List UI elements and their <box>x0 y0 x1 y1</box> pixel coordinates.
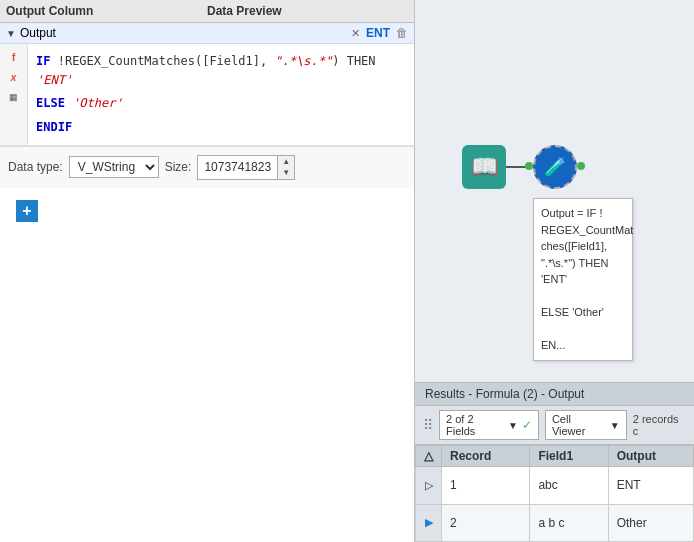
th-output: Output <box>608 446 693 467</box>
formula-icon-x[interactable]: x <box>5 68 23 86</box>
spin-down-button[interactable]: ▼ <box>278 167 294 179</box>
formula-tooltip: Output = IF !REGEX_CountMatches([Field1]… <box>533 198 633 361</box>
drag-handle-icon: ⠿ <box>423 417 433 433</box>
add-row-container: + <box>0 188 414 234</box>
add-formula-button[interactable]: + <box>16 200 38 222</box>
output-column-header: Output Column <box>6 4 207 18</box>
formula-content[interactable]: IF !REGEX_CountMatches([Field1], ".*\s.*… <box>28 44 414 145</box>
datatype-select[interactable]: V_WString String WString <box>69 156 159 178</box>
th-field1: Field1 <box>530 446 608 467</box>
cell-field1: abc <box>530 467 608 505</box>
size-value[interactable]: 1073741823 <box>198 158 277 176</box>
cell-record: 2 <box>442 504 530 542</box>
viewer-selector[interactable]: Cell Viewer ▼ <box>545 410 627 440</box>
connector-dot-right <box>577 162 585 170</box>
th-record: Record <box>442 446 530 467</box>
table-header-row: △ Record Field1 Output <box>416 446 694 467</box>
formula-icon-fx[interactable]: f <box>5 48 23 66</box>
formula-editor-panel: Output Column Data Preview ▼ Output ✕ EN… <box>0 0 415 542</box>
table-row: ▷1abcENT <box>416 467 694 505</box>
row-icon-cell: ▶ <box>416 504 442 542</box>
size-label: Size: <box>165 160 192 174</box>
results-header: Results - Formula (2) - Output <box>415 383 694 406</box>
fields-chevron-icon: ▼ <box>508 420 518 431</box>
ent-badge: ENT <box>366 26 390 40</box>
column-header-row: Output Column Data Preview <box>0 0 414 23</box>
close-icon[interactable]: ✕ <box>351 27 360 40</box>
tooltip-text: Output = IF !REGEX_CountMatches([Field1]… <box>541 207 633 351</box>
canvas-area: 📖 🧪 Output = IF !REGEX_CountMatches([Fie… <box>415 0 694 382</box>
row-icon-cell: ▷ <box>416 467 442 505</box>
output-field-label: Output <box>20 26 351 40</box>
formula-line-1: IF !REGEX_CountMatches([Field1], ".*\s.*… <box>36 50 406 92</box>
trash-icon[interactable]: 🗑 <box>396 26 408 40</box>
node-formula[interactable]: 🧪 <box>533 145 577 189</box>
results-table: △ Record Field1 Output ▷1abcENT▶2a b cOt… <box>415 445 694 542</box>
viewer-label: Cell Viewer <box>552 413 606 437</box>
spinner-arrows: ▲ ▼ <box>277 156 294 179</box>
cell-output: Other <box>608 504 693 542</box>
datatype-label: Data type: <box>8 160 63 174</box>
datatype-row: Data type: V_WString String WString Size… <box>0 146 414 188</box>
results-toolbar: ⠿ 2 of 2 Fields ▼ ✓ Cell Viewer ▼ 2 reco… <box>415 406 694 445</box>
fields-selector[interactable]: 2 of 2 Fields ▼ ✓ <box>439 410 539 440</box>
formula-row: f x ▦ IF !REGEX_CountMatches([Field1], "… <box>0 44 414 146</box>
th-icon: △ <box>416 446 442 467</box>
records-info: 2 records c <box>633 413 686 437</box>
chevron-down-icon: ▼ <box>6 28 16 39</box>
output-row: ▼ Output ✕ ENT 🗑 <box>0 23 414 44</box>
cell-output: ENT <box>608 467 693 505</box>
check-icon: ✓ <box>522 418 532 432</box>
formula-icon-bar: f x ▦ <box>0 44 28 145</box>
fields-selector-label: 2 of 2 Fields <box>446 413 504 437</box>
book-icon: 📖 <box>471 154 498 180</box>
connector-dot-left <box>525 162 533 170</box>
right-panel: 📖 🧪 Output = IF !REGEX_CountMatches([Fie… <box>415 0 694 542</box>
data-preview-header: Data Preview <box>207 4 408 18</box>
formula-line-3: ENDIF <box>36 116 406 139</box>
formula-icon-grid[interactable]: ▦ <box>5 88 23 106</box>
cell-record: 1 <box>442 467 530 505</box>
node-book[interactable]: 📖 <box>462 145 506 189</box>
spin-up-button[interactable]: ▲ <box>278 156 294 168</box>
table-row: ▶2a b cOther <box>416 504 694 542</box>
results-panel: Results - Formula (2) - Output ⠿ 2 of 2 … <box>415 382 694 542</box>
formula-line-2: ELSE 'Other' <box>36 92 406 115</box>
cell-field1: a b c <box>530 504 608 542</box>
size-spinner: 1073741823 ▲ ▼ <box>197 155 295 180</box>
formula-icon: 🧪 <box>544 156 566 178</box>
viewer-chevron-icon: ▼ <box>610 420 620 431</box>
